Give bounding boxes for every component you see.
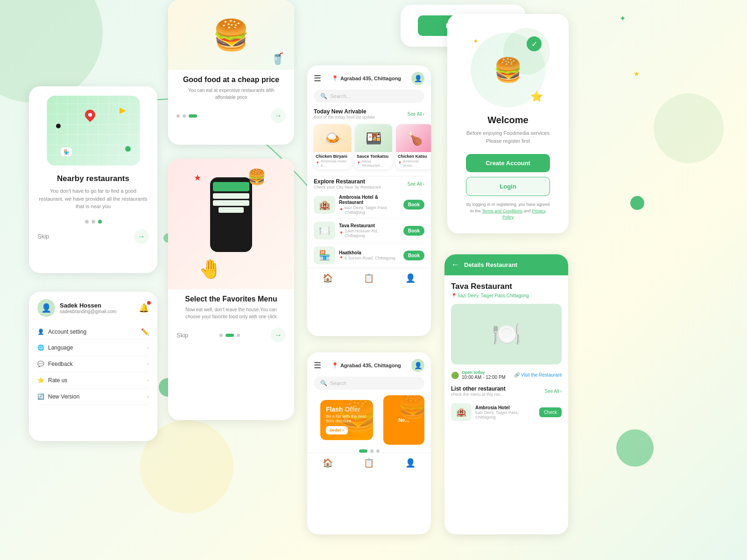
restaurant-photo: 🍽️ — [451, 304, 562, 364]
nearby-title: Nearby restaurants — [57, 174, 129, 183]
nav-home[interactable]: 🏠 — [323, 273, 333, 283]
check-button[interactable]: Check — [539, 407, 562, 417]
pin-icon: 📍 — [339, 256, 344, 260]
profile-header: 👤 Sadek Hossen sadekbranding@gmail.com 🔔 — [37, 299, 149, 317]
terms-text: By logging in or registering, you have a… — [466, 202, 550, 221]
card-favorites: 🤚 🍔 ★ Select the Favorites Menu Now eat … — [168, 159, 294, 420]
home-header: ☰ 📍 Agrabad 435, Chittagong 👤 — [307, 65, 431, 90]
location-row: 📍 Agrabad 435, Chittagong — [331, 75, 401, 82]
user-avatar[interactable]: 👤 — [411, 359, 424, 372]
see-all-list[interactable]: See All › — [545, 389, 562, 394]
book-button[interactable]: Book — [403, 251, 424, 260]
nav-orders-2[interactable]: 📋 — [364, 458, 374, 468]
pin-icon: 📍 — [339, 231, 344, 236]
restaurant-ambrosia[interactable]: 🏨 Ambrosia Hotel & Restaurant 📍 kazi Dei… — [314, 191, 424, 218]
search-bar[interactable]: 🔍 Search... — [314, 90, 424, 103]
next-button[interactable]: → — [271, 108, 286, 123]
menu-item-language[interactable]: 🌐 Language › — [37, 340, 149, 356]
second-offer-banner[interactable]: 🍔 Ne... — [383, 395, 425, 445]
mini-restaurant-ambrosia[interactable]: 🏨 Ambrosia Hotel kazi Deiry, Taiger Pass… — [451, 399, 562, 425]
notification-bell[interactable]: 🔔 — [139, 303, 149, 313]
link-icon: 🔗 — [514, 372, 520, 378]
flash-offer-banner[interactable]: 🍔 Flash Offer Be a liar with the best 50… — [320, 400, 373, 440]
create-account-button[interactable]: Create Account — [466, 154, 550, 172]
mini-rest-img: 🏨 — [451, 403, 472, 421]
welcome-illustration: 🍔 ✓ ⭐ ✦ — [471, 33, 545, 107]
search-icon: 🔍 — [320, 93, 327, 99]
dot-3 — [98, 220, 102, 224]
food-cards-row: 🍛 Chicken Biryani 📍 Ambrosia Hotel &... … — [307, 121, 431, 174]
card-home: ☰ 📍 Agrabad 435, Chittagong 👤 🔍 Search..… — [307, 65, 431, 336]
home-header-2: ☰ 📍 Agrabad 435, Chittagong 👤 — [307, 352, 431, 377]
dot-1 — [176, 114, 180, 118]
next-button[interactable]: → — [271, 328, 286, 343]
flash-offer-sub: Be a liar with the best 50% discount — [326, 414, 367, 423]
menu-item-feedback[interactable]: 💬 Feedback › — [37, 356, 149, 372]
map-pin — [84, 110, 96, 126]
restaurant-location: 📍 kazi Deiry, Taiger Pass,Chittagong — [451, 293, 562, 298]
edit-icon: ✏️ — [141, 328, 149, 336]
nav-profile-2[interactable]: 👤 — [405, 458, 416, 468]
goodfood-footer: → — [168, 108, 294, 123]
skip-label[interactable]: Skip — [37, 233, 49, 240]
search-placeholder: Search... — [330, 93, 351, 99]
card-profile: 👤 Sadek Hossen sadekbranding@gmail.com 🔔… — [29, 292, 157, 441]
avatar: 👤 — [37, 299, 55, 317]
location-text: Agrabad 435, Chittagong — [340, 76, 401, 81]
restaurant-haatkhola[interactable]: 🏪 Haatkhola 📍 6 Surson Road, Chittagong … — [314, 243, 424, 268]
food-card-loc: 📍 Hang Restaurant... — [355, 159, 392, 169]
book-button[interactable]: Book — [403, 226, 424, 236]
nav-home-2[interactable]: 🏠 — [323, 458, 333, 468]
hamburger-menu-icon[interactable]: ☰ — [314, 360, 321, 371]
pin-icon: 📍 — [398, 161, 402, 165]
skip-row: Skip → — [37, 229, 149, 244]
nearby-desc: You don't have to go far to find a good … — [37, 187, 149, 210]
welcome-desc: Before enjoying Foodmedia services Pleas… — [466, 129, 550, 145]
pagination-dots — [176, 114, 197, 118]
skip-label[interactable]: Skip — [176, 332, 188, 339]
language-icon: 🌐 — [37, 344, 44, 351]
restaurant-info: Ambrosia Hotel & Restaurant 📍 kazi Deiry… — [339, 195, 400, 215]
search-bar-2[interactable]: 🔍 Search — [314, 377, 424, 390]
restaurant-tava[interactable]: 🍽️ Tava Restaurant 📍 Zakir Hossam Rd, Ch… — [314, 218, 424, 243]
food-card-sauce[interactable]: 🍱 Sauce Tonkatsu 📍 Hang Restaurant... — [355, 124, 392, 169]
map-illustration: 🏪 ▶ — [47, 96, 140, 166]
card-welcome: 🍔 ✓ ⭐ ✦ Welcome Before enjoying Foodmedi… — [447, 14, 569, 233]
details-content: Tava Restaurant 📍 kazi Deiry, Taiger Pas… — [444, 275, 568, 431]
see-all-today[interactable]: See All › — [408, 112, 424, 117]
food-card-katsu[interactable]: 🍗 Chicken Katsu 📍 Ambrosia Hotel... — [396, 124, 431, 169]
food-card-biryani[interactable]: 🍛 Chicken Biryani 📍 Ambrosia Hotel &... — [314, 124, 351, 169]
chevron-right-icon: › — [147, 377, 149, 384]
profile-name: Sadek Hossen — [60, 302, 139, 309]
dot-2 — [183, 114, 186, 118]
feedback-icon: 💬 — [37, 361, 44, 367]
restaurant-img: 🏨 — [314, 196, 335, 214]
menu-item-version[interactable]: 🔄 New Version › — [37, 389, 149, 405]
pin-icon: 📍 — [316, 161, 320, 165]
visit-restaurant-link[interactable]: 🔗 Visit the Restaurant — [514, 372, 562, 378]
dot-1 — [85, 220, 89, 224]
terms-conditions-link[interactable]: Terms and Conditions — [482, 209, 522, 213]
hamburger-menu-icon[interactable]: ☰ — [314, 73, 321, 84]
food-card-img: 🍛 — [314, 124, 351, 152]
book-button[interactable]: Book — [403, 200, 424, 210]
section-explore-header: Explore Restaurant Check your City Near … — [307, 178, 431, 191]
dot-3 — [376, 449, 380, 453]
pin-icon: 📍 — [357, 161, 361, 165]
nav-profile[interactable]: 👤 — [405, 273, 416, 283]
menu-item-rate[interactable]: ⭐ Rate us › — [37, 372, 149, 389]
login-button[interactable]: Login — [466, 177, 550, 196]
nav-orders[interactable]: 📋 — [364, 273, 374, 283]
account-setting-row[interactable]: 👤 Account setting ✏️ — [37, 324, 149, 340]
profile-email: sadekbranding@gmail.com — [60, 309, 139, 314]
back-button[interactable]: ← — [451, 260, 459, 270]
user-avatar[interactable]: 👤 — [411, 72, 424, 85]
next-arrow-button[interactable]: → — [134, 229, 149, 244]
see-all-explore[interactable]: See All › — [408, 182, 424, 187]
food-illustration: 🍔 🥤 — [168, 0, 294, 70]
section-explore-title: Explore Restaurant — [314, 178, 381, 185]
check-icon: ✓ — [527, 36, 542, 51]
restaurant-img: 🍽️ — [314, 222, 335, 239]
dot-1 — [219, 334, 223, 337]
food-card-name: Chicken Biryani — [314, 152, 351, 159]
